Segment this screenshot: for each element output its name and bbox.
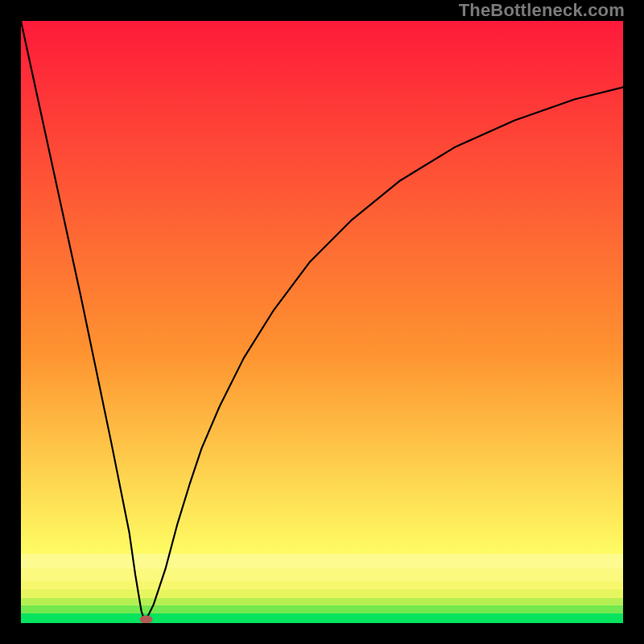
- bottleneck-chart: [21, 21, 623, 623]
- band: [21, 613, 623, 623]
- band: [21, 605, 623, 613]
- bottom-green-bands: [21, 554, 623, 623]
- attribution-label: TheBottleneck.com: [459, 0, 625, 21]
- gradient-background: [21, 21, 623, 623]
- band: [21, 581, 623, 589]
- plot-area: [21, 21, 623, 623]
- band: [21, 598, 623, 605]
- band: [21, 554, 623, 569]
- band: [21, 589, 623, 597]
- chart-frame: TheBottleneck.com: [0, 0, 644, 644]
- band: [21, 569, 623, 581]
